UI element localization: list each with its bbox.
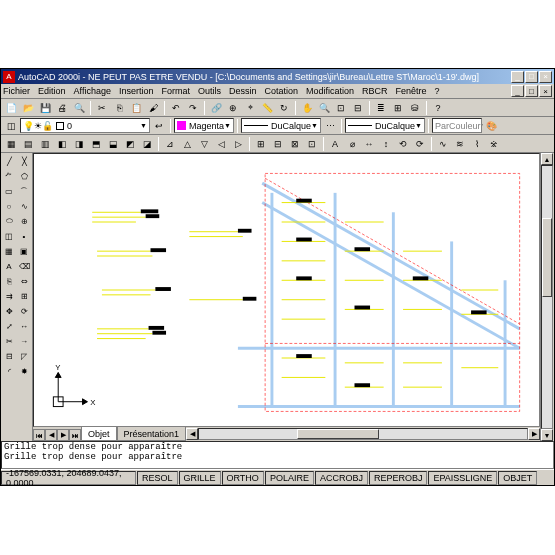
print-button[interactable]: 🖨 <box>54 100 70 116</box>
region-tool[interactable]: ▣ <box>17 244 31 258</box>
custom-tool[interactable]: ⊿ <box>162 136 178 152</box>
custom-tool[interactable]: ∿ <box>435 136 451 152</box>
custom-tool[interactable]: △ <box>179 136 195 152</box>
doc-minimize-button[interactable]: _ <box>511 85 524 97</box>
status-epaissligne[interactable]: EPAISSLIGNE <box>428 471 497 485</box>
custom-tool[interactable]: ◩ <box>122 136 138 152</box>
circle-tool[interactable]: ○ <box>2 199 16 213</box>
scroll-up-button[interactable]: ▲ <box>541 153 553 165</box>
layer-dropdown[interactable]: 💡 ☀ 🔓 0 ▼ <box>20 118 150 133</box>
custom-tool[interactable]: ⬒ <box>88 136 104 152</box>
custom-tool[interactable]: ▽ <box>196 136 212 152</box>
text-tool[interactable]: A <box>2 259 16 273</box>
tab-nav-prev[interactable]: ◀ <box>45 429 57 441</box>
custom-tool[interactable]: ⌇ <box>469 136 485 152</box>
mirror-tool[interactable]: ⇔ <box>17 274 31 288</box>
custom-tool[interactable]: ▷ <box>230 136 246 152</box>
rotate-tool[interactable]: ⟳ <box>17 304 31 318</box>
status-resol[interactable]: RESOL <box>137 471 178 485</box>
chamfer-tool[interactable]: ◸ <box>17 349 31 363</box>
custom-tool[interactable]: ⊠ <box>287 136 303 152</box>
custom-tool[interactable]: ◧ <box>54 136 70 152</box>
extend-tool[interactable]: → <box>17 334 31 348</box>
custom-tool[interactable]: ⊞ <box>253 136 269 152</box>
break-tool[interactable]: ⊟ <box>2 349 16 363</box>
cut-button[interactable]: ✂ <box>94 100 110 116</box>
status-accrobj[interactable]: ACCROBJ <box>315 471 368 485</box>
tracking-button[interactable]: ⊕ <box>225 100 241 116</box>
menu-fichier[interactable]: Fichier <box>3 86 30 96</box>
arc-tool[interactable]: ⌒ <box>17 184 31 198</box>
plotstyle-dropdown[interactable]: ParCouleur ▼ <box>432 118 482 133</box>
polygon-tool[interactable]: ⬠ <box>17 169 31 183</box>
status-reperobj[interactable]: REPEROBJ <box>369 471 428 485</box>
menu-fenetre[interactable]: Fenêtre <box>396 86 427 96</box>
spline-tool[interactable]: ∿ <box>17 199 31 213</box>
block-tool[interactable]: ◫ <box>2 229 16 243</box>
scroll-left-button[interactable]: ◀ <box>186 428 198 440</box>
coords-display[interactable]: -167569.0331, 204689.0437, 0.0000 <box>1 471 136 485</box>
xline-tool[interactable]: ╳ <box>17 154 31 168</box>
copy-tool[interactable]: ⎘ <box>2 274 16 288</box>
trim-tool[interactable]: ✂ <box>2 334 16 348</box>
matchprop-button[interactable]: 🖌 <box>145 100 161 116</box>
ucs-button[interactable]: ⌖ <box>242 100 258 116</box>
linetype-button[interactable]: ⋯ <box>322 118 338 134</box>
tab-nav-first[interactable]: ⏮ <box>33 429 45 441</box>
menu-format[interactable]: Format <box>161 86 190 96</box>
custom-tool[interactable]: ⬓ <box>105 136 121 152</box>
paste-button[interactable]: 📋 <box>128 100 144 116</box>
new-button[interactable]: 📄 <box>3 100 19 116</box>
dist-button[interactable]: 📏 <box>259 100 275 116</box>
menu-rbcr[interactable]: RBCR <box>362 86 388 96</box>
custom-tool[interactable]: ⟳ <box>412 136 428 152</box>
status-polaire[interactable]: POLAIRE <box>265 471 314 485</box>
erase-tool[interactable]: ⌫ <box>17 259 31 273</box>
adc-button[interactable]: ⊞ <box>390 100 406 116</box>
maximize-button[interactable]: □ <box>525 71 538 83</box>
dbconn-button[interactable]: ⛁ <box>407 100 423 116</box>
pan-button[interactable]: ✋ <box>299 100 315 116</box>
custom-tool[interactable]: ◁ <box>213 136 229 152</box>
tab-layout1[interactable]: Présentation1 <box>117 427 187 441</box>
rectangle-tool[interactable]: ▭ <box>2 184 16 198</box>
custom-tool[interactable]: ↕ <box>378 136 394 152</box>
custom-tool[interactable]: ◨ <box>71 136 87 152</box>
point-tool[interactable]: • <box>17 229 31 243</box>
line-tool[interactable]: ╱ <box>2 154 16 168</box>
copy-button[interactable]: ⎘ <box>111 100 127 116</box>
menu-edition[interactable]: Edition <box>38 86 66 96</box>
scroll-right-button[interactable]: ▶ <box>528 428 540 440</box>
tab-nav-last[interactable]: ⏭ <box>69 429 81 441</box>
v-scrollbar[interactable] <box>541 165 553 429</box>
menu-modification[interactable]: Modification <box>306 86 354 96</box>
tab-nav-next[interactable]: ▶ <box>57 429 69 441</box>
redo-button[interactable]: ↷ <box>185 100 201 116</box>
layer-prev-button[interactable]: ↩ <box>151 118 167 134</box>
zoom-win-button[interactable]: ⊡ <box>333 100 349 116</box>
zoom-rt-button[interactable]: 🔍 <box>316 100 332 116</box>
menu-cotation[interactable]: Cotation <box>265 86 299 96</box>
custom-tool[interactable]: ▦ <box>3 136 19 152</box>
open-button[interactable]: 📂 <box>20 100 36 116</box>
insert-tool[interactable]: ⊕ <box>17 214 31 228</box>
array-tool[interactable]: ⊞ <box>17 289 31 303</box>
menu-affichage[interactable]: Affichage <box>74 86 111 96</box>
move-tool[interactable]: ✥ <box>2 304 16 318</box>
doc-restore-button[interactable]: □ <box>525 85 538 97</box>
menu-dessin[interactable]: Dessin <box>229 86 257 96</box>
menu-help[interactable]: ? <box>435 86 440 96</box>
save-button[interactable]: 💾 <box>37 100 53 116</box>
custom-tool[interactable]: ⟲ <box>395 136 411 152</box>
custom-tool[interactable]: ▤ <box>20 136 36 152</box>
link-button[interactable]: 🔗 <box>208 100 224 116</box>
layer-manager-button[interactable]: ◫ <box>3 118 19 134</box>
custom-tool[interactable]: ≋ <box>452 136 468 152</box>
color-dropdown[interactable]: Magenta ▼ <box>174 118 234 133</box>
custom-tool[interactable]: ⊡ <box>304 136 320 152</box>
lineweight-dropdown[interactable]: DuCalque ▼ <box>345 118 425 133</box>
linetype-dropdown[interactable]: DuCalque ▼ <box>241 118 321 133</box>
scale-tool[interactable]: ⤢ <box>2 319 16 333</box>
custom-tool[interactable]: ◪ <box>139 136 155 152</box>
fillet-tool[interactable]: ◜ <box>2 364 16 378</box>
